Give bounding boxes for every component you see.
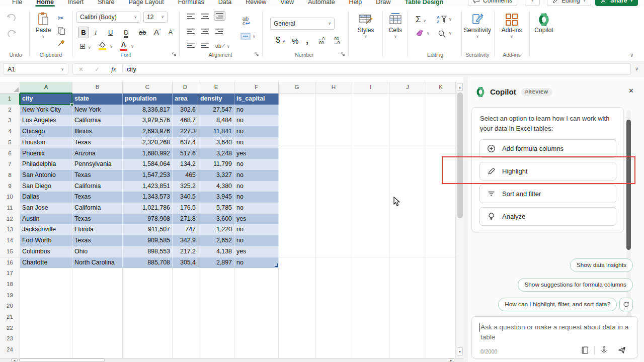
- table-cell[interactable]: Illinois: [72, 126, 123, 138]
- chevron-down-icon[interactable]: ∨: [427, 32, 430, 36]
- cell[interactable]: [279, 224, 315, 236]
- wrap-text-button[interactable]: abc↩: [243, 17, 250, 26]
- sheet-horizontal-scrollbar[interactable]: ◄ ►: [0, 358, 463, 362]
- row-header-7[interactable]: 7: [0, 159, 20, 170]
- cell[interactable]: [426, 235, 456, 247]
- cell[interactable]: [173, 323, 198, 334]
- cell[interactable]: [352, 192, 389, 203]
- column-header-I[interactable]: I: [352, 82, 389, 94]
- scroll-right-arrow[interactable]: ►: [448, 358, 454, 362]
- cell[interactable]: [389, 246, 426, 258]
- column-header-G[interactable]: G: [279, 82, 315, 94]
- cell[interactable]: [389, 323, 426, 334]
- cell[interactable]: [389, 344, 426, 356]
- table-cell[interactable]: Austin: [20, 214, 72, 225]
- cell[interactable]: [123, 344, 173, 356]
- cell[interactable]: [279, 115, 315, 127]
- table-cell[interactable]: 1,584,064: [123, 159, 173, 170]
- cell[interactable]: [279, 312, 315, 323]
- table-cell[interactable]: 1,220: [198, 224, 234, 236]
- table-header-cell[interactable]: density: [198, 94, 234, 105]
- tab-formulas[interactable]: Formulas: [171, 0, 211, 6]
- table-cell[interactable]: no: [234, 181, 279, 193]
- table-cell[interactable]: no: [234, 126, 279, 138]
- table-cell[interactable]: Charlotte: [20, 257, 72, 269]
- send-icon[interactable]: [617, 345, 626, 354]
- table-cell[interactable]: 5,785: [198, 203, 234, 214]
- cell[interactable]: [389, 115, 426, 127]
- cell[interactable]: [426, 312, 456, 323]
- table-cell[interactable]: Columbus: [20, 246, 72, 258]
- clear-button[interactable]: [416, 30, 425, 37]
- orientation-button[interactable]: ab⟋ ∨: [215, 43, 230, 49]
- decrease-indent-button[interactable]: ←: [187, 43, 195, 48]
- cell[interactable]: [426, 246, 456, 258]
- table-cell[interactable]: yes: [234, 246, 279, 258]
- cell[interactable]: [352, 301, 389, 312]
- cell[interactable]: [198, 279, 234, 291]
- table-cell[interactable]: 978,908: [123, 214, 173, 225]
- row-header-6[interactable]: 6: [0, 148, 20, 160]
- tab-view[interactable]: View: [273, 0, 301, 6]
- notebook-icon[interactable]: [581, 346, 589, 354]
- cell[interactable]: [72, 312, 123, 323]
- row-header-3[interactable]: 3: [0, 115, 20, 127]
- cell[interactable]: [426, 94, 456, 105]
- cell[interactable]: [389, 148, 426, 160]
- table-cell[interactable]: 342.9: [173, 235, 198, 247]
- table-cell[interactable]: San Diego: [20, 181, 72, 193]
- cell[interactable]: [426, 192, 456, 203]
- table-cell[interactable]: 271.8: [173, 214, 198, 225]
- row-header-18[interactable]: 18: [0, 279, 20, 291]
- row-header-22[interactable]: 22: [0, 323, 20, 334]
- cell[interactable]: [426, 301, 456, 312]
- cell[interactable]: [352, 115, 389, 127]
- table-cell[interactable]: 325.2: [173, 181, 198, 193]
- table-cell[interactable]: no: [234, 192, 279, 203]
- table-cell[interactable]: 1,547,253: [123, 170, 173, 182]
- addins-button[interactable]: Add-ins ∨: [497, 13, 526, 39]
- row-header-10[interactable]: 10: [0, 192, 20, 203]
- cell[interactable]: [20, 323, 72, 334]
- cell[interactable]: [173, 344, 198, 356]
- scroll-up-arrow[interactable]: ▲: [457, 83, 463, 91]
- cell[interactable]: [315, 333, 352, 345]
- table-cell[interactable]: 305.4: [173, 257, 198, 269]
- cell[interactable]: [279, 203, 315, 214]
- cell[interactable]: [72, 290, 123, 302]
- option-add-formula-columns[interactable]: Add formula columns: [479, 139, 616, 158]
- row-header-20[interactable]: 20: [0, 301, 20, 312]
- table-cell[interactable]: no: [234, 203, 279, 214]
- table-cell[interactable]: 468.7: [173, 115, 198, 127]
- cell[interactable]: [279, 94, 315, 105]
- row-header-2[interactable]: 2: [0, 105, 20, 116]
- table-header-cell[interactable]: is_capital: [234, 94, 279, 105]
- cell[interactable]: [234, 290, 279, 302]
- table-cell[interactable]: 340.5: [173, 192, 198, 203]
- table-cell[interactable]: Texas: [72, 214, 123, 225]
- row-header-15[interactable]: 15: [0, 246, 20, 258]
- suggestion-formula-columns[interactable]: Show suggestions for formula columns: [518, 278, 633, 292]
- increase-indent-button[interactable]: →: [201, 43, 209, 48]
- row-header-8[interactable]: 8: [0, 170, 20, 182]
- copilot-input-card[interactable]: Ask a question or make a request about d…: [471, 316, 638, 358]
- cell[interactable]: [315, 290, 352, 302]
- table-cell[interactable]: 3,327: [198, 170, 234, 182]
- table-cell[interactable]: 8,484: [198, 115, 234, 127]
- cell[interactable]: [426, 268, 456, 280]
- cell[interactable]: [123, 323, 173, 334]
- table-cell[interactable]: 3,640: [198, 137, 234, 149]
- comma-style-button[interactable]: ,: [306, 35, 308, 46]
- table-cell[interactable]: yes: [234, 148, 279, 160]
- cell[interactable]: [389, 126, 426, 138]
- table-cell[interactable]: 3,600: [198, 214, 234, 225]
- cell[interactable]: [352, 333, 389, 345]
- cut-button[interactable]: ✂: [58, 14, 64, 23]
- row-header-21[interactable]: 21: [0, 312, 20, 323]
- cell[interactable]: [426, 115, 456, 127]
- alignment-dialog-launcher[interactable]: [254, 52, 260, 58]
- table-cell[interactable]: San Antonio: [20, 170, 72, 182]
- scroll-down-arrow[interactable]: ▼: [457, 347, 463, 355]
- row-header-5[interactable]: 5: [0, 137, 20, 149]
- cell[interactable]: [198, 312, 234, 323]
